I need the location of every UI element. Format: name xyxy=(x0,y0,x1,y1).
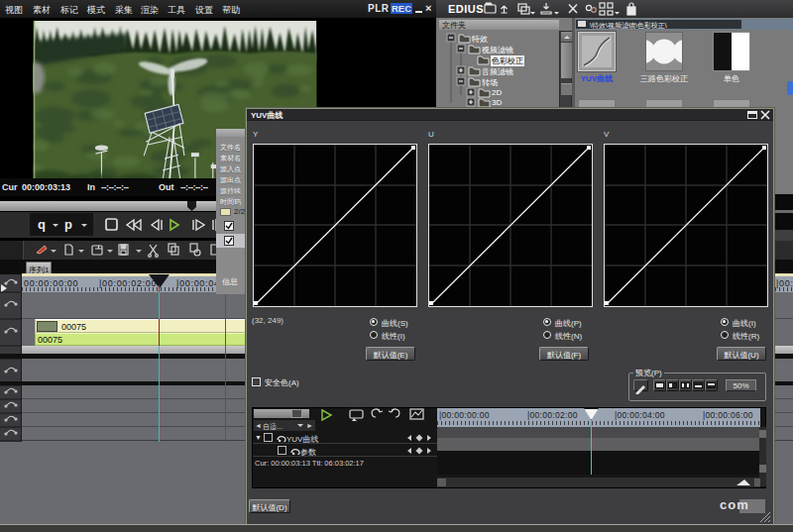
svg-text:q: q xyxy=(38,217,46,232)
svg-text:p: p xyxy=(64,217,72,232)
